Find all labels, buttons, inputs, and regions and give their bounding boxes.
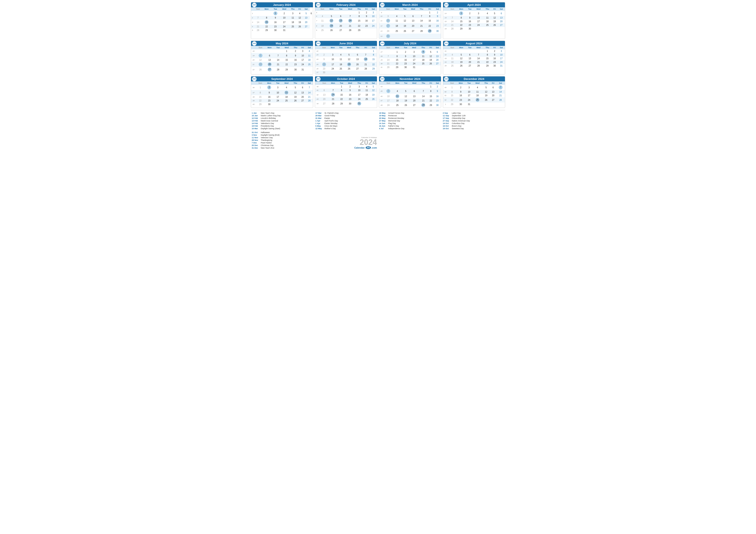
day-cell: 12 bbox=[370, 89, 377, 92]
day-cell bbox=[336, 11, 345, 14]
week-num: 43 bbox=[315, 97, 320, 101]
day-cell: 5 bbox=[303, 11, 310, 16]
day-cell: 26 bbox=[457, 64, 466, 67]
holiday-date: 29 Mar bbox=[315, 114, 324, 117]
day-cell bbox=[409, 11, 418, 14]
day-header-wed: Wed bbox=[282, 46, 291, 49]
day-cell: 18 bbox=[419, 58, 428, 62]
day-cell: 29 bbox=[448, 103, 456, 106]
week-num: 29 bbox=[379, 58, 384, 62]
holiday-date: 11 Sep bbox=[443, 114, 451, 117]
day-header-fri: Fri bbox=[300, 46, 306, 49]
day-cell: 23 bbox=[291, 62, 300, 67]
day-cell: 7 bbox=[418, 14, 425, 18]
month-box-8: 365August 2024SunMonTueWedThuFriSat31123… bbox=[443, 41, 505, 74]
day-cell: 13 bbox=[336, 18, 345, 23]
day-cell: 23 bbox=[345, 97, 355, 101]
holiday-row: 31 OctHalloween bbox=[252, 131, 313, 134]
holidays-col-1: 1 JanNew Year's Day15 JanMartin Luther K… bbox=[251, 112, 314, 131]
holiday-row: 17 MarSt. Patrick's Day bbox=[315, 112, 377, 114]
week-num: 40 bbox=[315, 85, 320, 89]
holiday-row: 19 MayPentecost bbox=[379, 114, 441, 117]
week-header bbox=[379, 81, 384, 85]
month-title: February 2024 bbox=[337, 3, 355, 7]
highlighted-day: 10 bbox=[386, 19, 390, 23]
month-table-11: SunMonTueWedThuFriSat4412453456789461011… bbox=[379, 81, 441, 108]
holiday-date: 14 Feb bbox=[252, 122, 260, 124]
day-cell: 22 bbox=[256, 99, 265, 103]
week-num: 30 bbox=[379, 62, 384, 65]
day-cell: 14 bbox=[254, 20, 262, 25]
holiday-date: 19 May bbox=[379, 114, 387, 117]
day-cell: 26 bbox=[402, 103, 410, 108]
month-header-7: 365July 2024 bbox=[379, 41, 441, 46]
day-cell: 23 bbox=[466, 23, 474, 27]
day-cell bbox=[274, 103, 282, 106]
day-cell: 5 bbox=[482, 85, 490, 90]
day-header-tue: Tue bbox=[337, 46, 345, 49]
month-title: November 2024 bbox=[399, 77, 420, 81]
day-cell: 1 bbox=[282, 49, 291, 53]
day-cell: 14 bbox=[496, 90, 505, 94]
day-cell: 8 bbox=[256, 90, 265, 95]
day-cell: 21 bbox=[274, 62, 282, 67]
day-cell: 10 bbox=[465, 90, 473, 94]
holiday-date: 16 Jun bbox=[379, 125, 387, 127]
day-cell: 12 bbox=[492, 16, 498, 20]
holiday-row: 19 OctSweetest Day bbox=[443, 127, 504, 130]
month-box-11: 365November 2024SunMonTueWedThuFriSat441… bbox=[379, 76, 441, 108]
month-table-2: SunMonTueWedThuFriSat5123645678910711121… bbox=[315, 7, 377, 32]
month-table-6: SunMonTueWedThuFriSat2212323456782491011… bbox=[315, 46, 377, 74]
day-cell: 7 bbox=[345, 14, 355, 18]
day-cell: 3 bbox=[274, 85, 282, 90]
holiday-row: 17 SepCitizenship Day bbox=[443, 117, 504, 119]
day-cell: 20 bbox=[336, 23, 345, 28]
day-cell: 22 bbox=[483, 60, 492, 64]
week-header bbox=[443, 46, 448, 49]
day-cell: 17 bbox=[384, 99, 393, 103]
holiday-name: April Fool's Day bbox=[325, 120, 338, 122]
holiday-row: 12 FebLincoln's Birthday bbox=[252, 117, 313, 119]
day-cell bbox=[392, 11, 401, 14]
week-num: 49 bbox=[443, 85, 448, 90]
day-cell: 13 bbox=[434, 55, 441, 58]
day-cell: 17 bbox=[280, 20, 289, 25]
day-cell: 17 bbox=[410, 58, 419, 62]
holiday-name: Easter bbox=[325, 117, 330, 119]
holiday-row: 27 MayMemorial Day bbox=[379, 120, 441, 122]
day-cell: 18 bbox=[473, 94, 482, 97]
week-num: 51 bbox=[443, 94, 448, 97]
day-cell: 21 bbox=[448, 23, 457, 27]
holiday-name: Citizenship Day bbox=[452, 117, 466, 119]
day-header-tue: Tue bbox=[402, 81, 410, 85]
day-cell: 31 bbox=[355, 101, 364, 106]
day-cell: 17 bbox=[384, 23, 392, 28]
day-cell bbox=[363, 28, 369, 32]
month-box-4: 365April 2024SunMonTueWedThuFriSat141234… bbox=[443, 2, 505, 39]
week-num: 18 bbox=[443, 27, 448, 31]
day-cell: 24 bbox=[384, 28, 392, 34]
badge-365: 365 bbox=[316, 77, 321, 81]
day-cell: 5 bbox=[345, 53, 354, 57]
holiday-name: Easter Monday bbox=[325, 122, 338, 124]
day-cell: 27 bbox=[303, 25, 310, 28]
day-cell: 25 bbox=[483, 23, 492, 27]
day-header-sun: Sun bbox=[256, 81, 265, 85]
day-cell bbox=[353, 49, 362, 53]
holiday-name: Valentine's Day bbox=[261, 122, 274, 124]
week-num: 52 bbox=[443, 97, 448, 103]
day-cell bbox=[297, 28, 303, 32]
day-header-sun: Sun bbox=[254, 7, 262, 11]
day-header-wed: Wed bbox=[345, 81, 355, 85]
week-num: 31 bbox=[443, 49, 448, 53]
week-num: 5 bbox=[315, 11, 318, 14]
day-cell: 10 bbox=[274, 90, 282, 95]
day-cell: 19 bbox=[256, 62, 265, 67]
week-num: 44 bbox=[379, 85, 384, 89]
day-header-mon: Mon bbox=[392, 7, 401, 11]
day-header-sat: Sat bbox=[498, 46, 505, 49]
day-cell: 21 bbox=[384, 62, 392, 65]
day-cell: 10 bbox=[384, 18, 392, 23]
month-title: April 2024 bbox=[467, 3, 481, 7]
highlighted-day: 5 bbox=[258, 54, 262, 58]
